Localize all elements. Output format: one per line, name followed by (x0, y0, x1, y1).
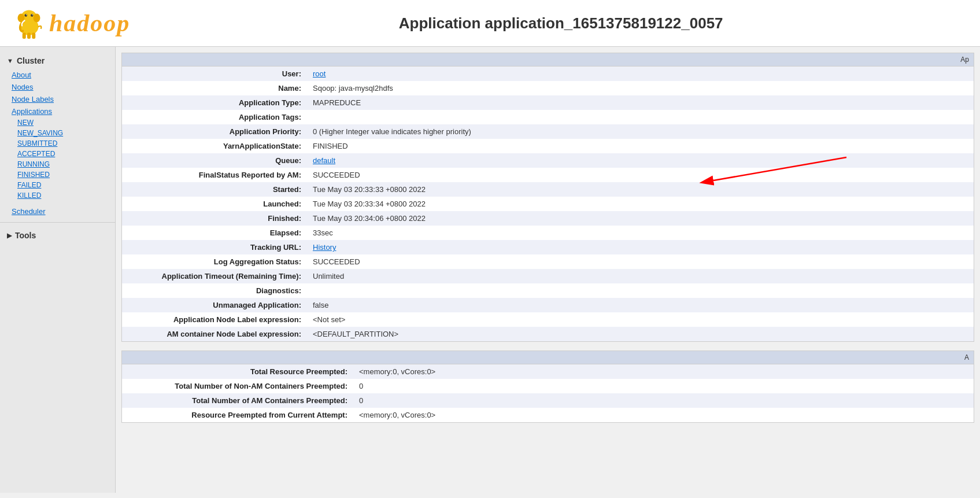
content: Ap User:rootName:Sqoop: java-mysql2hdfsA… (116, 47, 980, 493)
sidebar-cluster-label: Cluster (17, 56, 45, 65)
sidebar-item-nodes[interactable]: Nodes (0, 81, 115, 93)
logo-area: hadoop (12, 6, 130, 40)
info-link[interactable]: root (313, 69, 326, 78)
info-label: Application Type: (122, 95, 307, 110)
preempt-label: Total Number of AM Containers Preempted: (122, 393, 353, 408)
info-link[interactable]: default (313, 156, 335, 165)
preempt-value: 0 (353, 393, 974, 408)
info-label: Diagnostics: (122, 283, 307, 298)
info-label: Application Tags: (122, 110, 307, 124)
info-label: YarnApplicationState: (122, 139, 307, 153)
sidebar-item-scheduler[interactable]: Scheduler (0, 205, 115, 217)
table-row: Application Timeout (Remaining Time):Unl… (122, 269, 974, 283)
info-value: <DEFAULT_PARTITION> (307, 327, 974, 341)
info-label: Started: (122, 182, 307, 197)
info-label: Application Node Label expression: (122, 312, 307, 327)
sidebar-tools-label: Tools (15, 231, 36, 240)
svg-point-4 (25, 14, 28, 17)
table-row: Application Node Label expression:<Not s… (122, 312, 974, 327)
table-row: Queue:default (122, 153, 974, 168)
info-value: Tue May 03 20:33:33 +0800 2022 (307, 182, 974, 197)
preempt-info-container: A Total Resource Preempted:<memory:0, vC… (121, 351, 974, 423)
preempt-info-header-bar: A (122, 351, 974, 364)
sidebar-sub-accepted[interactable]: ACCEPTED (0, 149, 115, 159)
main-layout: ▼ Cluster About Nodes Node Labels Applic… (0, 47, 980, 493)
table-row: Resource Preempted from Current Attempt:… (122, 408, 974, 422)
table-row: Total Number of AM Containers Preempted:… (122, 393, 974, 408)
hadoop-logo-icon (12, 6, 46, 40)
info-label: Launched: (122, 197, 307, 211)
info-label: Tracking URL: (122, 240, 307, 254)
info-value[interactable]: root (307, 67, 974, 81)
svg-rect-9 (27, 33, 31, 39)
info-value[interactable]: History (307, 240, 974, 254)
info-label: Application Timeout (Remaining Time): (122, 269, 307, 283)
info-value: Unlimited (307, 269, 974, 283)
page-title: Application application_1651375819122_00… (153, 14, 968, 32)
info-value: 0 (Higher Integer value indicates higher… (307, 124, 974, 139)
table-row: Total Resource Preempted:<memory:0, vCor… (122, 364, 974, 379)
table-row: Elapsed:33sec (122, 226, 974, 240)
sidebar-sub-new[interactable]: NEW (0, 117, 115, 128)
table-row: Started:Tue May 03 20:33:33 +0800 2022 (122, 182, 974, 197)
info-label: Name: (122, 81, 307, 95)
info-value (307, 110, 974, 124)
table-row: FinalStatus Reported by AM:SUCCEEDED (122, 168, 974, 182)
sidebar-sub-running[interactable]: RUNNING (0, 159, 115, 169)
svg-point-6 (31, 14, 34, 17)
table-row: Launched:Tue May 03 20:33:34 +0800 2022 (122, 197, 974, 211)
app-info-header-bar: Ap (122, 53, 974, 67)
info-value: MAPREDUCE (307, 95, 974, 110)
sidebar-tools-section[interactable]: ▶ Tools (0, 227, 115, 244)
sidebar-item-node-labels[interactable]: Node Labels (0, 93, 115, 105)
sidebar: ▼ Cluster About Nodes Node Labels Applic… (0, 47, 116, 493)
header: hadoop Application application_165137581… (0, 0, 980, 47)
svg-point-3 (34, 14, 40, 23)
info-label: FinalStatus Reported by AM: (122, 168, 307, 182)
info-value: Tue May 03 20:34:06 +0800 2022 (307, 211, 974, 226)
info-value: false (307, 298, 974, 312)
info-link[interactable]: History (313, 243, 336, 252)
sidebar-sub-failed[interactable]: FAILED (0, 180, 115, 190)
info-label: Log Aggregation Status: (122, 254, 307, 269)
info-label: Elapsed: (122, 226, 307, 240)
preempt-label: Total Number of Non-AM Containers Preemp… (122, 379, 353, 393)
info-label: AM container Node Label expression: (122, 327, 307, 341)
preempt-label: Resource Preempted from Current Attempt: (122, 408, 353, 422)
table-row: Application Tags: (122, 110, 974, 124)
table-row: YarnApplicationState:FINISHED (122, 139, 974, 153)
table-row: Tracking URL:History (122, 240, 974, 254)
info-label: User: (122, 67, 307, 81)
table-row: Diagnostics: (122, 283, 974, 298)
info-value: SUCCEEDED (307, 168, 974, 182)
preempt-value: 0 (353, 379, 974, 393)
sidebar-item-applications[interactable]: Applications (0, 105, 115, 117)
svg-point-5 (26, 14, 27, 16)
info-value: Tue May 03 20:33:34 +0800 2022 (307, 197, 974, 211)
sidebar-sub-submitted[interactable]: SUBMITTED (0, 138, 115, 149)
preempt-value: <memory:0, vCores:0> (353, 408, 974, 422)
sidebar-divider (0, 222, 115, 223)
info-label: Unmanaged Application: (122, 298, 307, 312)
preempt-label: Total Resource Preempted: (122, 364, 353, 379)
app-info-table: User:rootName:Sqoop: java-mysql2hdfsAppl… (122, 67, 974, 341)
info-label: Application Priority: (122, 124, 307, 139)
sidebar-sub-new-saving[interactable]: NEW_SAVING (0, 128, 115, 138)
svg-rect-8 (23, 33, 26, 39)
table-row: AM container Node Label expression:<DEFA… (122, 327, 974, 341)
info-value: 33sec (307, 226, 974, 240)
table-row: Application Type:MAPREDUCE (122, 95, 974, 110)
table-row: Unmanaged Application:false (122, 298, 974, 312)
info-value: FINISHED (307, 139, 974, 153)
sidebar-item-about[interactable]: About (0, 69, 115, 81)
table-row: Name:Sqoop: java-mysql2hdfs (122, 81, 974, 95)
info-value[interactable]: default (307, 153, 974, 168)
sidebar-cluster-section[interactable]: ▼ Cluster (0, 53, 115, 69)
preempt-value: <memory:0, vCores:0> (353, 364, 974, 379)
table-row: User:root (122, 67, 974, 81)
sidebar-sub-killed[interactable]: KILLED (0, 190, 115, 201)
sidebar-sub-finished[interactable]: FINISHED (0, 169, 115, 180)
preempt-info-table: Total Resource Preempted:<memory:0, vCor… (122, 364, 974, 422)
table-row: Finished:Tue May 03 20:34:06 +0800 2022 (122, 211, 974, 226)
svg-point-7 (32, 14, 33, 16)
